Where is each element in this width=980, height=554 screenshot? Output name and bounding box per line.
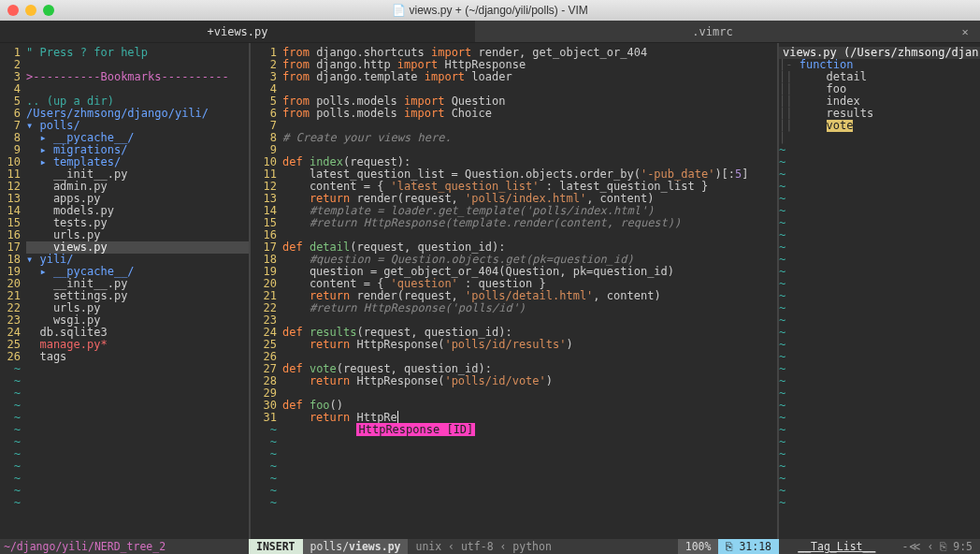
code-line[interactable]: 28 return HttpResponse('polls/id/vote') [251,375,777,387]
code-line[interactable]: 6from polls.models import Choice [251,108,777,120]
tree-row[interactable]: 26 tags [0,351,249,363]
nerdtree-pane[interactable]: 1" Press ? for help23>----------Bookmark… [0,43,249,543]
taglist-lines: views.py (/Users/zhmsong/djan|- function… [779,43,980,509]
code-line[interactable]: 25 return HttpResponse('polls/id/results… [251,339,777,351]
nerdtree-lines: 1" Press ? for help23>----------Bookmark… [0,43,249,509]
status-taglist-right: -≪ ‹ ⎘ 9:5 [895,539,980,554]
tab-views-py[interactable]: +views.py [0,21,475,42]
position-value: 31:18 [739,540,771,553]
code-lines: 1from django.shortcuts import render, ge… [251,43,777,509]
status-file: polls/views.py [303,539,409,554]
window-title: 📄 views.py + (~/django/yili/polls) - VIM [0,4,980,17]
position-icon: ⎘ [726,540,732,553]
vim-tabline: +views.py .vimrc ✕ [0,21,980,43]
code-line[interactable]: 3from django.template import loader [251,71,777,83]
code-line[interactable]: 15 #return HttpResponse(template.render(… [251,217,777,229]
tab-vimrc[interactable]: .vimrc [475,21,950,42]
status-nerdtree: ~/django/yili/NERD_tree_2 [0,539,249,554]
taglist-item-current[interactable]: || vote [779,120,980,132]
tree-row[interactable]: 3>----------Bookmarks---------- [0,71,249,83]
status-file-name: views.py [349,540,400,553]
status-file-pre: polls/ [310,540,350,553]
status-position: ⎘ 31:18 [718,539,779,554]
status-taglist: __Tag_List__ [779,539,895,554]
completion-popup[interactable]: ~ HttpResponse [ID] [251,424,777,436]
statusline: ~/django/yili/NERD_tree_2 INSERT polls/v… [0,539,980,554]
status-percent: 100% [678,539,719,554]
code-line[interactable]: 8# Create your views here. [251,132,777,144]
tab-close-icon[interactable]: ✕ [950,21,980,42]
window-titlebar: 📄 views.py + (~/django/yili/polls) - VIM [0,0,980,21]
taglist-pane[interactable]: views.py (/Users/zhmsong/djan|- function… [779,43,980,543]
editor-pane[interactable]: 1from django.shortcuts import render, ge… [249,43,779,543]
tree-row[interactable]: 1" Press ? for help [0,47,249,59]
code-line[interactable]: 22 #return HttpResponse('polls/id') [251,302,777,314]
status-encoding: unix ‹ utf-8 ‹ python [408,539,677,554]
status-mode: INSERT [249,539,303,554]
